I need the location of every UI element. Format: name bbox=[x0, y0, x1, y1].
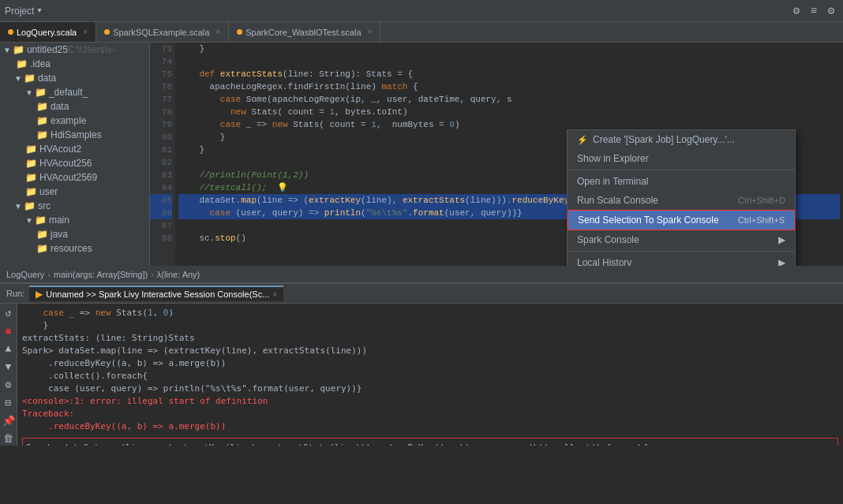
menu-icon[interactable]: ≡ bbox=[807, 4, 821, 18]
tree-idea[interactable]: 📁 .idea bbox=[0, 57, 149, 71]
console-error-2: Traceback: bbox=[22, 408, 838, 420]
ctx-arrow-spark: ▶ bbox=[778, 234, 785, 245]
run-pin-icon[interactable]: 📌 bbox=[2, 415, 16, 428]
run-tab-label: Unnamed >> Spark Livy Interactive Sessio… bbox=[46, 289, 269, 299]
gear-icon[interactable]: ⚙ bbox=[824, 4, 838, 18]
run-trash-icon[interactable]: 🗑 bbox=[2, 432, 16, 446]
console-line-8: case (user, query) => println("%s\t%s".f… bbox=[22, 383, 838, 395]
tree-hvac256-label: HVAcout256 bbox=[39, 158, 92, 169]
code-line-74 bbox=[178, 55, 840, 68]
tree-root-label: untitled25 bbox=[27, 44, 68, 55]
code-editor[interactable]: 73 74 75 76 77 78 79 80 81 82 83 84 85 8… bbox=[150, 43, 843, 266]
run-label: Run: bbox=[6, 289, 24, 298]
tab-close2[interactable]: × bbox=[215, 28, 220, 36]
tab-dot bbox=[8, 29, 13, 35]
ctx-arrow-history: ▶ bbox=[778, 257, 785, 266]
console-line-6: .reduceByKey((a, b) => a.merge(b)) bbox=[22, 357, 838, 370]
run-down-icon[interactable]: ▼ bbox=[2, 360, 16, 374]
tree-idea-label: .idea bbox=[30, 58, 51, 69]
project-label[interactable]: Project bbox=[5, 6, 34, 17]
tab-close3[interactable]: × bbox=[368, 28, 373, 36]
tree-default[interactable]: ▼ 📁 _default_ bbox=[0, 85, 149, 99]
code-line-77: case Some(apacheLogRegex(ip, _, user, da… bbox=[178, 93, 840, 106]
tree-example[interactable]: 📁 example bbox=[0, 114, 149, 128]
run-stop-icon[interactable]: ■ bbox=[2, 325, 16, 338]
folder-icon-default: 📁 bbox=[35, 87, 47, 98]
run-settings-icon[interactable]: ⚙ bbox=[2, 379, 16, 392]
folder-icon-hdi: 📁 bbox=[36, 129, 48, 140]
tree-data[interactable]: ▼ 📁 data bbox=[0, 71, 149, 85]
run-rerun-icon[interactable]: ↺ bbox=[2, 307, 16, 320]
ctx-shortcut-3: Ctrl+Shift+D bbox=[738, 196, 785, 205]
tree-data2-label: data bbox=[51, 101, 69, 112]
tree-example-label: example bbox=[51, 115, 86, 126]
bc-lambda[interactable]: λ(line: Any) bbox=[157, 270, 200, 279]
run-icon: ▶ bbox=[36, 289, 43, 300]
folder-icon-resources: 📁 bbox=[36, 243, 48, 254]
ctx-label-history: Local History bbox=[577, 257, 631, 266]
ctx-divider-2 bbox=[568, 251, 795, 252]
tree-data2[interactable]: 📁 data bbox=[0, 99, 149, 114]
tree-default-label: _default_ bbox=[49, 87, 88, 98]
code-line-76: apacheLogRegex.findFirstIn(line) match { bbox=[178, 80, 840, 93]
ctx-divider-1 bbox=[568, 170, 795, 170]
run-up-icon[interactable]: ▲ bbox=[2, 343, 16, 357]
bc-main[interactable]: main(args: Array[String]) bbox=[54, 270, 148, 279]
code-line-75: def extractStats(line: String): Stats = … bbox=[178, 68, 840, 80]
tree-hvacout2[interactable]: 📁 HVAcout2 bbox=[0, 142, 149, 156]
console-error-1: <console>:1: error: illegal start of def… bbox=[22, 395, 838, 408]
tree-java[interactable]: 📁 java bbox=[0, 227, 149, 241]
run-tab-close[interactable]: × bbox=[272, 290, 277, 299]
ctx-label-create: Create '[Spark Job] LogQuery...'... bbox=[593, 134, 735, 145]
tree-src[interactable]: ▼ 📁 src bbox=[0, 199, 149, 213]
spark-icon: ⚡ bbox=[577, 135, 588, 145]
tree-hdisamples[interactable]: 📁 HdiSamples bbox=[0, 128, 149, 142]
console-line-4: extractStats: (line: String)Stats bbox=[22, 332, 838, 345]
tab-close[interactable]: × bbox=[83, 28, 88, 36]
folder-icon-data2: 📁 bbox=[36, 101, 48, 112]
code-line-78: new Stats( count = 1, bytes.toInt) bbox=[178, 106, 840, 118]
folder-icon-src: 📁 bbox=[24, 200, 36, 211]
tree-hvac2569-label: HVAcout2569 bbox=[39, 172, 97, 183]
tab-sparksql[interactable]: SparkSQLExample.scala × bbox=[96, 22, 229, 42]
console-output[interactable]: case _ => new Stats(1, 0) } extractStats… bbox=[17, 304, 843, 446]
run-tab[interactable]: ▶ Unnamed >> Spark Livy Interactive Sess… bbox=[29, 286, 283, 301]
tree-src-label: src bbox=[38, 200, 51, 211]
ctx-local-history[interactable]: Local History ▶ bbox=[568, 253, 795, 266]
tree-resources[interactable]: 📁 resources bbox=[0, 241, 149, 256]
tab-logquery[interactable]: LogQuery.scala × bbox=[0, 22, 96, 42]
run-layout-icon[interactable]: ⊟ bbox=[2, 397, 16, 410]
ctx-create-spark-job[interactable]: ⚡ Create '[Spark Job] LogQuery...'... bbox=[568, 130, 795, 149]
ctx-send-selection[interactable]: Send Selection To Spark Console Ctrl+Shi… bbox=[568, 210, 795, 230]
context-menu: ⚡ Create '[Spark Job] LogQuery...'... Sh… bbox=[567, 129, 796, 266]
tab-label: LogQuery.scala bbox=[17, 28, 77, 37]
tab-bar: LogQuery.scala × SparkSQLExample.scala ×… bbox=[0, 22, 843, 43]
folder-icon-hvac2: 📁 bbox=[25, 144, 37, 155]
tab-sparkcore[interactable]: SparkCore_WasblOTest.scala × bbox=[229, 22, 380, 42]
ctx-label-spark: Spark Console bbox=[577, 234, 639, 245]
bc-logquery[interactable]: LogQuery bbox=[6, 270, 44, 279]
tree-hvac2-label: HVAcout2 bbox=[39, 144, 81, 155]
tab-label3: SparkCore_WasblOTest.scala bbox=[245, 28, 361, 37]
tree-hdi-label: HdiSamples bbox=[51, 129, 102, 140]
ctx-show-explorer[interactable]: Show in Explorer bbox=[568, 149, 795, 168]
tree-main-label: main bbox=[49, 215, 69, 226]
ctx-run-scala[interactable]: Run Scala Console Ctrl+Shift+D bbox=[568, 191, 795, 210]
tree-main[interactable]: ▼ 📁 main bbox=[0, 213, 149, 227]
tree-hvacout256[interactable]: 📁 HVAcout256 bbox=[0, 156, 149, 170]
folder-icon: 📁 bbox=[13, 44, 24, 55]
ctx-label-send: Send Selection To Spark Console bbox=[578, 215, 719, 226]
tree-root[interactable]: ▼ 📁 untitled25 C:\Users\v- bbox=[0, 43, 149, 57]
project-arrow: ▼ bbox=[37, 7, 41, 15]
folder-icon-example: 📁 bbox=[36, 115, 48, 126]
folder-icon-java: 📁 bbox=[36, 229, 48, 240]
ctx-spark-console[interactable]: Spark Console ▶ bbox=[568, 230, 795, 249]
tree-user-label: user bbox=[39, 186, 58, 197]
ctx-open-terminal[interactable]: Open in Terminal bbox=[568, 172, 795, 191]
tab-label2: SparkSQLExample.scala bbox=[113, 28, 209, 37]
settings-icon[interactable]: ⚙ bbox=[789, 4, 804, 18]
folder-icon-data: 📁 bbox=[24, 73, 36, 84]
tree-user[interactable]: 📁 user bbox=[0, 185, 149, 199]
bottom-section: ↺ ■ ▲ ▼ ⚙ ⊟ 📌 🗑 case _ => new Stats(1, 0… bbox=[0, 304, 843, 446]
tree-hvacout2569[interactable]: 📁 HVAcout2569 bbox=[0, 170, 149, 185]
